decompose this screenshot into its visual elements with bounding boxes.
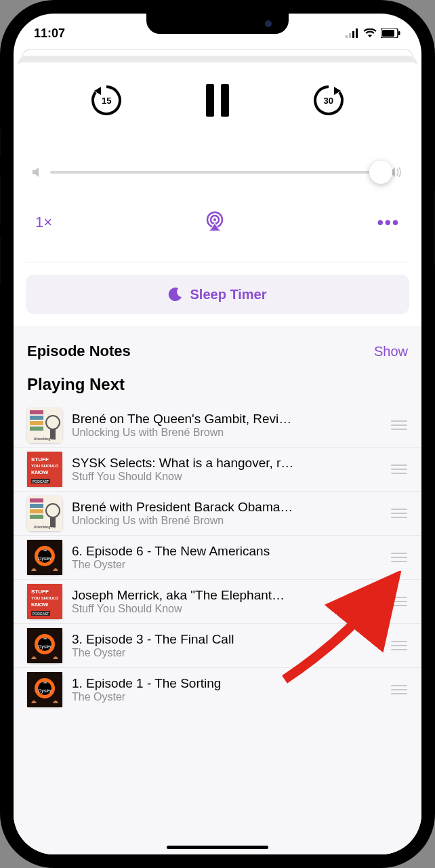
queue-item-subtitle: Stuff You Should Know <box>72 603 381 615</box>
svg-rect-3 <box>356 28 358 38</box>
svg-rect-14 <box>30 416 43 420</box>
status-bar: 11:07 <box>14 14 421 46</box>
svg-rect-7 <box>206 84 214 117</box>
episode-artwork: STUFFYOU SHOULDKNOWPODCAST <box>27 452 62 487</box>
queue-item-subtitle: The Oyster <box>72 691 381 703</box>
queue-item[interactable]: THEOyster6. Episode 6 - The New American… <box>14 535 421 579</box>
svg-text:PODCAST: PODCAST <box>33 479 49 484</box>
episode-artwork: Unlocking Us <box>27 496 62 531</box>
svg-rect-15 <box>30 421 43 425</box>
svg-rect-28 <box>30 504 43 508</box>
svg-rect-2 <box>352 31 354 38</box>
queue-item[interactable]: THEOyster3. Episode 3 - The Final CallTh… <box>14 623 421 667</box>
svg-text:THE: THE <box>42 681 47 684</box>
queue-item-subtitle: Unlocking Us with Brené Brown <box>72 515 381 527</box>
svg-text:Unlocking Us: Unlocking Us <box>34 525 56 529</box>
queue-item-subtitle: Stuff You Should Know <box>72 471 381 483</box>
episode-artwork: THEOyster <box>27 540 62 575</box>
skip-forward-label: 30 <box>323 96 333 106</box>
volume-slider[interactable] <box>50 171 381 174</box>
playback-speed-button[interactable]: 1× <box>35 214 52 231</box>
queue-item-text: Brené with President Barack Obama…Unlock… <box>72 500 381 527</box>
playing-next-title: Playing Next <box>14 370 421 403</box>
queue-item-subtitle: Unlocking Us with Brené Brown <box>72 427 381 439</box>
cellular-icon <box>346 28 359 38</box>
svg-rect-29 <box>30 509 43 513</box>
reorder-handle[interactable] <box>390 597 408 606</box>
svg-rect-0 <box>346 35 348 38</box>
episode-notes-row: Episode Notes Show <box>14 326 421 370</box>
sleep-timer-label: Sleep Timer <box>190 287 266 302</box>
status-time: 11:07 <box>34 26 65 41</box>
svg-text:Oyster: Oyster <box>38 688 52 694</box>
svg-point-11 <box>213 218 216 221</box>
episode-artwork: THEOyster <box>27 628 62 663</box>
queue-item-text: 3. Episode 3 - The Final CallThe Oyster <box>72 632 381 659</box>
svg-rect-13 <box>30 410 43 414</box>
queue-item[interactable]: THEOyster1. Episode 1 - The SortingThe O… <box>14 667 421 711</box>
skip-forward-button[interactable]: 30 <box>311 83 346 118</box>
volume-slider-row <box>14 126 421 184</box>
reorder-handle[interactable] <box>390 465 408 474</box>
svg-text:THE: THE <box>42 549 47 552</box>
airplay-button[interactable] <box>204 210 226 235</box>
queue-item-title: 1. Episode 1 - The Sorting <box>72 676 381 691</box>
queue-item-text: Joseph Merrick, aka "The Elephant…Stuff … <box>72 588 381 615</box>
svg-rect-6 <box>398 31 400 35</box>
secondary-controls: 1× ••• <box>14 184 421 262</box>
queue-item-subtitle: The Oyster <box>72 559 381 571</box>
more-button[interactable]: ••• <box>377 212 400 233</box>
queue-item-title: 3. Episode 3 - The Final Call <box>72 632 381 647</box>
reorder-handle[interactable] <box>390 509 408 518</box>
svg-rect-30 <box>30 515 43 519</box>
queue-item-title: 6. Episode 6 - The New Americans <box>72 544 381 559</box>
queue-item-text: 1. Episode 1 - The SortingThe Oyster <box>72 676 381 703</box>
svg-text:STUFF: STUFF <box>31 456 49 462</box>
reorder-handle[interactable] <box>390 553 408 562</box>
reorder-handle[interactable] <box>390 685 408 694</box>
svg-text:STUFF: STUFF <box>31 589 49 595</box>
volume-low-icon <box>33 167 42 178</box>
queue-item-text: 6. Episode 6 - The New AmericansThe Oyst… <box>72 544 381 571</box>
queue-item-text: SYSK Selects: What is a hangover, r…Stuf… <box>72 456 381 483</box>
svg-text:KNOW: KNOW <box>31 469 49 475</box>
queue-item-text: Brené on The Queen's Gambit, Revi…Unlock… <box>72 412 381 439</box>
svg-rect-5 <box>382 30 394 37</box>
volume-thumb[interactable] <box>369 161 392 184</box>
battery-icon <box>381 28 401 38</box>
queue-item[interactable]: Unlocking UsBrené with President Barack … <box>14 491 421 535</box>
queue-item[interactable]: STUFFYOU SHOULDKNOWPODCASTJoseph Merrick… <box>14 579 421 623</box>
queue-item-title: SYSK Selects: What is a hangover, r… <box>72 456 381 471</box>
queue-item-title: Joseph Merrick, aka "The Elephant… <box>72 588 381 603</box>
svg-text:Oyster: Oyster <box>38 556 52 561</box>
episode-artwork: THEOyster <box>27 672 62 707</box>
now-playing-sheet: 15 30 <box>14 62 421 854</box>
wifi-icon <box>363 28 377 38</box>
queue-item-subtitle: The Oyster <box>72 647 381 659</box>
airplay-icon <box>204 210 226 232</box>
reorder-handle[interactable] <box>390 420 408 430</box>
svg-rect-27 <box>30 498 43 502</box>
svg-text:YOU SHOULD: YOU SHOULD <box>31 596 59 600</box>
svg-text:YOU SHOULD: YOU SHOULD <box>31 464 59 468</box>
reorder-handle[interactable] <box>390 641 408 650</box>
queue-item-title: Brené with President Barack Obama… <box>72 500 381 515</box>
queue-item[interactable]: STUFFYOU SHOULDKNOWPODCASTSYSK Selects: … <box>14 447 421 491</box>
episode-notes-show-link[interactable]: Show <box>374 344 408 359</box>
home-indicator[interactable] <box>167 846 268 849</box>
svg-rect-8 <box>221 84 229 117</box>
skip-back-label: 15 <box>102 96 111 106</box>
sleep-timer-button[interactable]: Sleep Timer <box>26 275 409 314</box>
episode-artwork: STUFFYOU SHOULDKNOWPODCAST <box>27 584 62 619</box>
svg-text:THE: THE <box>42 637 47 640</box>
svg-text:Unlocking Us: Unlocking Us <box>34 437 56 441</box>
queue-item-title: Brené on The Queen's Gambit, Revi… <box>72 412 381 427</box>
playback-controls: 15 30 <box>14 62 421 126</box>
queue-item[interactable]: Unlocking UsBrené on The Queen's Gambit,… <box>14 403 421 447</box>
status-icons <box>346 28 401 38</box>
pause-icon <box>201 81 234 119</box>
skip-back-button[interactable]: 15 <box>89 83 124 118</box>
pause-button[interactable] <box>201 81 234 119</box>
moon-icon <box>168 287 183 302</box>
svg-rect-1 <box>349 33 351 38</box>
